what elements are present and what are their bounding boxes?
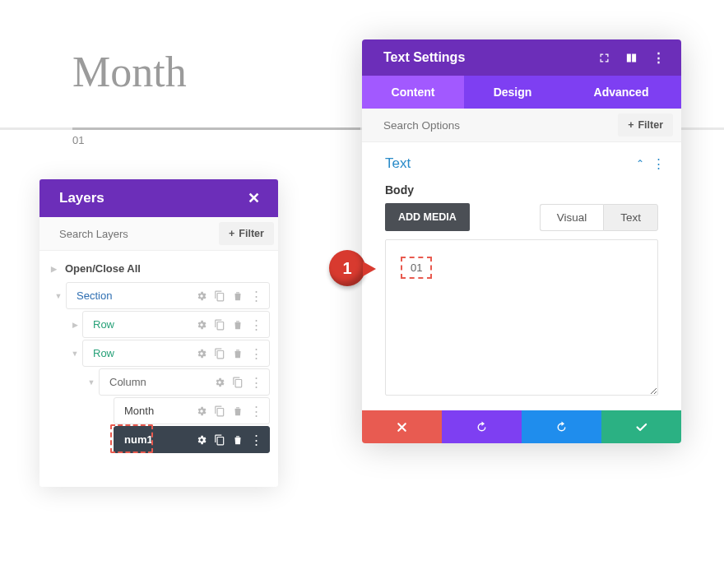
layer-chip-column[interactable]: Column ⋮: [99, 368, 270, 396]
trash-icon[interactable]: [232, 319, 244, 331]
gear-icon[interactable]: [196, 319, 207, 331]
chevron-down-icon[interactable]: ▼: [67, 350, 82, 358]
undo-icon: [475, 420, 489, 434]
settings-search-row: + Filter: [362, 109, 681, 142]
layer-row-section[interactable]: ▼ Section ⋮: [39, 281, 278, 310]
gear-icon[interactable]: [196, 434, 207, 446]
plus-icon: +: [229, 228, 234, 239]
layer-chip-month[interactable]: Month ⋮: [114, 397, 270, 424]
layers-search-row: + Filter: [39, 217, 278, 251]
chevron-down-icon[interactable]: ▼: [51, 292, 66, 300]
layer-label: Month: [124, 405, 154, 417]
layer-row-month[interactable]: Month ⋮: [39, 396, 278, 425]
filter-label: Filter: [638, 119, 663, 131]
gear-icon[interactable]: [196, 290, 207, 302]
settings-title: Text Settings: [383, 50, 465, 65]
duplicate-icon[interactable]: [214, 405, 225, 417]
layers-panel: Layers ✕ + Filter ▶ Open/Close All ▼ Sec…: [39, 179, 278, 487]
confirm-button[interactable]: [601, 410, 681, 443]
duplicate-icon[interactable]: [214, 290, 225, 302]
settings-panel: Text Settings ⋮ Content Design Advanced …: [362, 39, 681, 443]
layer-row-row2[interactable]: ▼ Row ⋮: [39, 339, 278, 368]
callout-pointer-1: 1: [329, 250, 372, 286]
section-title: Text: [385, 155, 411, 172]
duplicate-icon[interactable]: [214, 319, 225, 331]
text-tab[interactable]: Text: [603, 204, 658, 231]
layer-chip-row[interactable]: Row ⋮: [82, 340, 270, 367]
close-icon: [395, 420, 409, 434]
chevron-down-icon[interactable]: ▼: [84, 378, 99, 387]
columns-icon[interactable]: [625, 52, 638, 64]
layers-filter-button[interactable]: + Filter: [219, 222, 274, 245]
body-label: Body: [362, 180, 681, 203]
gear-icon[interactable]: [196, 348, 207, 359]
selection-highlight: [110, 424, 153, 453]
layers-body: ▶ Open/Close All ▼ Section ⋮ ▶ Row: [39, 251, 278, 487]
layer-label: Row: [93, 318, 114, 331]
gear-icon[interactable]: [214, 377, 225, 388]
redo-button[interactable]: [522, 410, 601, 443]
page-title: Month: [72, 48, 187, 96]
trash-icon[interactable]: [232, 434, 244, 446]
triangle-right-icon[interactable]: ▶: [67, 321, 82, 329]
settings-filter-button[interactable]: + Filter: [618, 113, 673, 137]
triangle-right-icon: ▶: [51, 265, 57, 273]
layer-label: Section: [77, 289, 112, 302]
settings-header: Text Settings ⋮: [362, 39, 681, 76]
settings-tabs: Content Design Advanced: [362, 76, 681, 109]
layers-search-input[interactable]: [39, 218, 211, 250]
layer-row-num1[interactable]: num1 ⋮: [39, 425, 278, 454]
visual-tab[interactable]: Visual: [540, 204, 604, 231]
open-close-label: Open/Close All: [65, 262, 141, 275]
duplicate-icon[interactable]: [232, 377, 244, 388]
editor-selected-text[interactable]: 01: [401, 257, 432, 279]
section-text-header[interactable]: Text ⌃ ⋮: [362, 142, 681, 180]
trash-icon[interactable]: [232, 290, 244, 302]
undo-button[interactable]: [442, 410, 522, 443]
layer-row-column[interactable]: ▼ Column ⋮: [39, 368, 278, 396]
editor-mode-toggle: Visual Text: [540, 204, 658, 231]
layer-label: Row: [93, 347, 114, 359]
duplicate-icon[interactable]: [214, 434, 225, 446]
filter-label: Filter: [239, 228, 264, 239]
layer-chip-row[interactable]: Row ⋮: [82, 311, 270, 338]
layers-title: Layers: [59, 190, 104, 206]
layer-chip-section[interactable]: Section ⋮: [66, 282, 270, 309]
layers-header: Layers ✕: [39, 179, 278, 217]
tab-design[interactable]: Design: [464, 76, 561, 109]
media-toolbar: ADD MEDIA Visual Text: [362, 203, 681, 239]
open-close-all[interactable]: ▶ Open/Close All: [39, 256, 278, 281]
settings-action-bar: [362, 410, 681, 443]
trash-icon[interactable]: [232, 348, 244, 359]
editor-textarea[interactable]: 01: [385, 239, 658, 396]
redo-icon: [555, 420, 569, 434]
page-number-label: 01: [72, 134, 84, 146]
pointer-tip-icon: [363, 262, 376, 276]
plus-icon: +: [628, 119, 634, 131]
chevron-up-icon[interactable]: ⌃: [636, 158, 644, 169]
settings-search-input[interactable]: [362, 109, 610, 141]
tab-advanced[interactable]: Advanced: [561, 76, 681, 109]
check-icon: [634, 420, 648, 434]
close-icon[interactable]: ✕: [248, 189, 260, 207]
layer-row-row1[interactable]: ▶ Row ⋮: [39, 310, 278, 339]
duplicate-icon[interactable]: [214, 348, 225, 359]
tab-content[interactable]: Content: [362, 76, 464, 109]
trash-icon[interactable]: [232, 405, 244, 417]
layer-label: Column: [109, 376, 146, 388]
add-media-button[interactable]: ADD MEDIA: [385, 203, 470, 231]
callout-number: 1: [342, 259, 351, 278]
expand-icon[interactable]: [598, 52, 610, 64]
cancel-button[interactable]: [362, 410, 442, 443]
gear-icon[interactable]: [196, 405, 207, 417]
